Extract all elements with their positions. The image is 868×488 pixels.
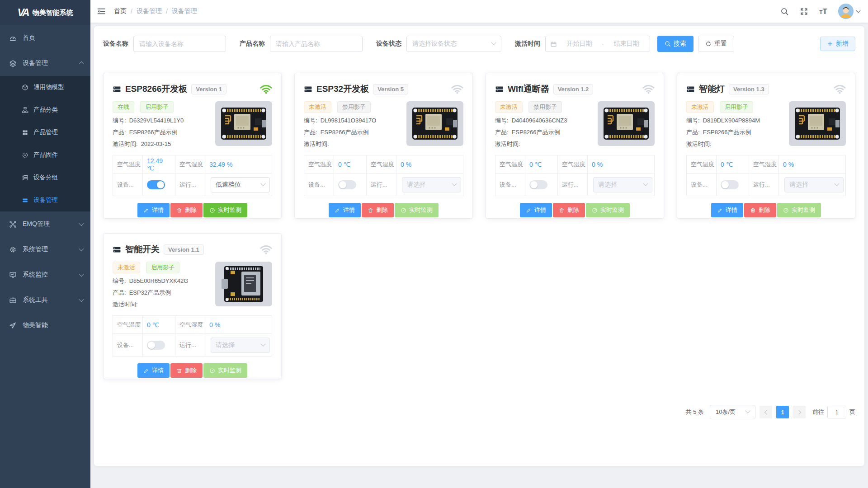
toolbox-icon	[9, 296, 17, 304]
filter-device-status: 设备状态 请选择设备状态	[376, 36, 501, 52]
edit-icon	[717, 207, 723, 213]
page-size-select[interactable]: 10条/页	[710, 405, 755, 419]
product-name-input[interactable]	[270, 36, 363, 52]
sidebar-item-product-category[interactable]: 产品分类	[0, 99, 90, 121]
device-switch-toggle[interactable]	[338, 180, 356, 189]
search-icon[interactable]	[780, 7, 789, 16]
sidebar-item-wumei-smart[interactable]: 物美智能	[0, 313, 90, 338]
add-device-button[interactable]: 新增	[820, 37, 855, 51]
sidebar-item-home[interactable]: 首页	[0, 25, 90, 51]
gauge-icon	[783, 207, 789, 213]
sidebar-item-product-management[interactable]: 产品管理	[0, 121, 90, 144]
date-range-picker[interactable]: 开始日期 - 结束日期	[545, 36, 650, 52]
chevron-down-icon	[452, 181, 457, 186]
device-switch-toggle[interactable]	[147, 180, 165, 189]
filter-product-name: 产品名称	[240, 36, 363, 52]
chip-icon	[22, 152, 28, 159]
realtime-monitor-button: 实时监测	[586, 203, 630, 217]
wifi-status-icon	[260, 84, 272, 94]
device-serial: D40409640636CNZ3	[512, 117, 567, 124]
chevron-down-icon	[79, 297, 84, 302]
detail-button[interactable]: 详情	[137, 203, 170, 217]
font-size-icon[interactable]: TT	[819, 8, 827, 15]
delete-button[interactable]: 删除	[553, 203, 585, 217]
total-count: 共 5 条	[686, 408, 704, 416]
device-card-grid: ESP8266开发板 Version 1 在线 启用影子 编号:D6329VL5…	[103, 73, 855, 379]
layers-icon	[9, 60, 17, 67]
gauge-icon	[209, 368, 215, 374]
humidity-value: 0 %	[779, 155, 845, 174]
sidebar-item-device-management[interactable]: 设备管理	[0, 51, 90, 76]
shadow-badge: 启用影子	[720, 101, 753, 113]
delete-button[interactable]: 删除	[170, 363, 203, 378]
sidebar-collapse-icon[interactable]	[97, 7, 106, 16]
goto-page-input[interactable]	[827, 406, 846, 418]
device-switch-toggle[interactable]	[529, 180, 547, 189]
user-menu[interactable]	[838, 4, 860, 19]
breadcrumb-current: 设备管理	[172, 7, 197, 15]
device-switch-toggle[interactable]	[721, 180, 739, 189]
device-status-label: 设备状态	[376, 40, 401, 48]
device-image	[215, 101, 272, 146]
delete-button[interactable]: 删除	[170, 203, 203, 217]
device-icon	[113, 85, 121, 94]
prev-page-button[interactable]	[760, 406, 772, 418]
breadcrumb-separator: /	[166, 8, 168, 15]
next-page-button[interactable]	[793, 406, 806, 418]
run-mode-select[interactable]: 请选择	[593, 177, 652, 192]
sidebar-item-device-list[interactable]: 设备管理	[0, 189, 90, 211]
breadcrumb-home[interactable]: 首页	[114, 7, 127, 15]
delete-button[interactable]: 删除	[362, 203, 394, 217]
sidebar-item-system-management[interactable]: 系统管理	[0, 237, 90, 262]
shadow-badge: 禁用影子	[528, 101, 562, 113]
device-list-panel: 设备名称 产品名称 设备状态 请选择设备状态 激活时间	[94, 26, 864, 466]
cube-icon	[22, 84, 28, 91]
shadow-badge: 启用影子	[140, 101, 174, 113]
main-area: 设备名称 产品名称 设备状态 请选择设备状态 激活时间	[90, 23, 868, 488]
sidebar-item-device-group[interactable]: 设备分组	[0, 166, 90, 189]
device-serial: DL9981541O39417O	[321, 117, 377, 124]
humidity-value: 32.49 %	[205, 155, 272, 174]
sitemap-icon	[22, 107, 28, 113]
sidebar-item-thing-model[interactable]: 通用物模型	[0, 76, 90, 99]
breadcrumb-device-management[interactable]: 设备管理	[137, 7, 162, 15]
gear-icon	[9, 246, 17, 253]
device-props-table: 空气温度 0 ℃ 空气湿度 0 % 设备... 运行... 请选择	[686, 155, 846, 196]
device-icon	[304, 85, 312, 94]
device-props-table: 空气温度 12.49 ℃ 空气湿度 32.49 % 设备... 运行... 低速…	[113, 155, 272, 196]
status-badge: 在线	[113, 101, 134, 113]
version-badge: Version 1.3	[729, 84, 769, 94]
reset-button[interactable]: 重置	[698, 36, 734, 52]
device-name-input[interactable]	[133, 36, 226, 52]
wifi-status-icon	[260, 245, 272, 254]
shadow-badge: 禁用影子	[337, 101, 371, 113]
realtime-monitor-button[interactable]: 实时监测	[203, 203, 247, 217]
page-number-button[interactable]: 1	[776, 406, 789, 418]
delete-button[interactable]: 删除	[744, 203, 776, 217]
end-date-placeholder: 结束日期	[608, 40, 645, 48]
detail-button[interactable]: 详情	[137, 363, 170, 378]
device-status-select[interactable]: 请选择设备状态	[406, 36, 501, 52]
fullscreen-icon[interactable]	[800, 7, 808, 16]
gauge-icon	[209, 207, 215, 213]
trash-icon	[750, 207, 756, 213]
run-mode-select[interactable]: 请选择	[784, 177, 844, 192]
search-button[interactable]: 搜索	[657, 36, 693, 52]
version-badge: Version 5	[373, 84, 408, 94]
app-logo[interactable]: VA 物美智能系统	[0, 0, 90, 25]
detail-button[interactable]: 详情	[329, 203, 361, 217]
run-mode-select[interactable]: 低速档位	[211, 177, 270, 192]
device-icon	[495, 85, 504, 94]
detail-button[interactable]: 详情	[520, 203, 552, 217]
sidebar-item-system-monitor[interactable]: 系统监控	[0, 262, 90, 287]
wifi-status-icon	[642, 84, 655, 94]
sidebar-item-system-tools[interactable]: 系统工具	[0, 287, 90, 313]
run-mode-select[interactable]: 请选择	[402, 177, 461, 192]
refresh-icon	[705, 41, 712, 47]
device-switch-toggle[interactable]	[147, 341, 165, 350]
run-mode-select[interactable]: 请选择	[211, 338, 270, 353]
detail-button[interactable]: 详情	[711, 203, 743, 217]
temperature-value: 0 ℃	[525, 155, 558, 174]
sidebar-item-emq-management[interactable]: EMQ管理	[0, 211, 90, 237]
sidebar-item-product-firmware[interactable]: 产品固件	[0, 144, 90, 166]
